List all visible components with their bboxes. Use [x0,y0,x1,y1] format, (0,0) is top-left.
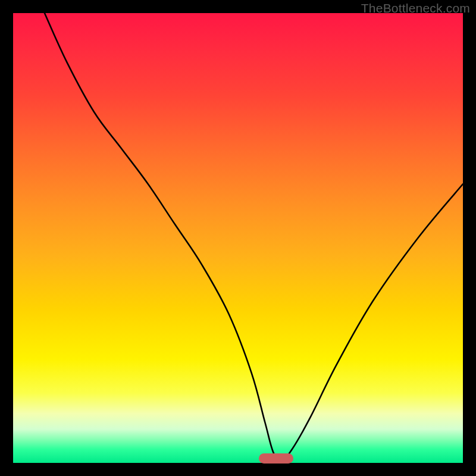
chart-plot-area [13,13,463,463]
optimal-marker [259,453,293,464]
chart-frame: TheBottleneck.com [0,0,476,476]
bottleneck-curve [13,13,463,463]
watermark-text: TheBottleneck.com [361,1,470,15]
